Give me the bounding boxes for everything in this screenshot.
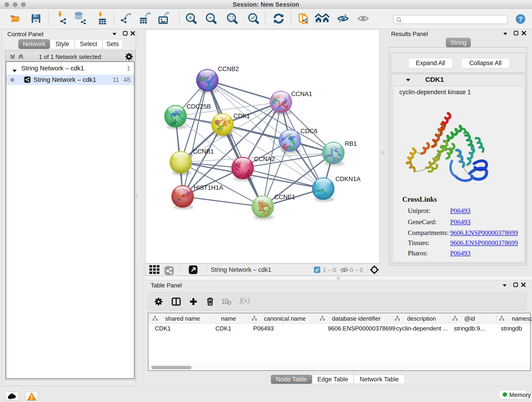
svg-text:CCNA2: CCNA2	[254, 156, 275, 162]
svg-text:CDC25B: CDC25B	[186, 103, 211, 110]
svg-text:CCNB1: CCNB1	[193, 148, 214, 155]
svg-text:CDK1: CDK1	[234, 113, 250, 119]
svg-text:?: ?	[519, 15, 523, 23]
svg-text:CDKN1A: CDKN1A	[336, 176, 361, 182]
svg-text:CCNE1: CCNE1	[274, 194, 295, 201]
svg-text:RB1: RB1	[345, 140, 357, 147]
svg-text:CDC6: CDC6	[301, 128, 317, 134]
svg-text:HIST1H1A: HIST1H1A	[194, 184, 223, 191]
svg-text:CCNA1: CCNA1	[291, 90, 312, 97]
svg-text:CCNB2: CCNB2	[218, 65, 239, 72]
